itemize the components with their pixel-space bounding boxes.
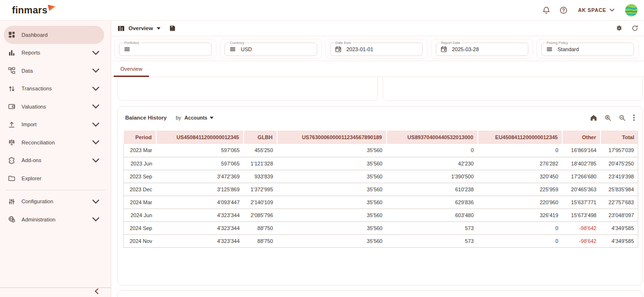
card-partial-top-right: [383, 77, 643, 101]
puzzle-icon: [8, 157, 15, 164]
sidebar-item-administration[interactable]: Administration: [4, 210, 104, 229]
sidebar-item-configuration[interactable]: Configuration: [4, 193, 104, 211]
caret-down-icon: [210, 117, 214, 119]
column-header-period[interactable]: Period: [124, 131, 156, 144]
menu-icon: [546, 46, 553, 53]
caret-down-icon: [157, 27, 161, 30]
column-header-us89370400440532013000[interactable]: US89370400440532013000: [386, 131, 478, 144]
main-area: Overview PortfoliosCurrencyUSDDate from2…: [112, 21, 644, 297]
workspace-label: AK SPACE: [578, 7, 606, 13]
dashboard-content: Balance History by Accounts: [112, 77, 644, 297]
filter-currency[interactable]: CurrencyUSD: [220, 39, 322, 59]
group-by-selector[interactable]: Accounts: [184, 115, 214, 121]
more-menu-button[interactable]: [633, 114, 635, 121]
table-cell: 15'637'771: [562, 196, 601, 209]
top-bar-actions: AK SPACE: [542, 4, 638, 17]
workspace-selector[interactable]: AK SPACE: [578, 7, 614, 13]
column-header-us4508411200000012345[interactable]: US4508411200000012345: [156, 131, 244, 144]
zoom-out-button[interactable]: [619, 114, 626, 121]
finmars-logo[interactable]: finmars: [12, 4, 56, 16]
table-cell: 326'419: [478, 209, 562, 221]
settings-button[interactable]: [616, 25, 623, 32]
layout-selector[interactable]: Overview: [118, 25, 161, 32]
column-header-total[interactable]: Total: [601, 131, 638, 144]
table-cell: 3'472'369: [156, 170, 244, 183]
filter-report-date[interactable]: Report Date2025-03-28: [431, 39, 533, 59]
table-cell: 88'750: [244, 234, 277, 247]
notifications-button[interactable]: [542, 6, 550, 14]
table-cell: 220'960: [478, 196, 562, 209]
upload-icon: [8, 121, 15, 128]
table-cell: 20'475'250: [601, 157, 638, 170]
table-cell: -98'642: [562, 221, 601, 234]
tab-overview[interactable]: Overview: [114, 61, 149, 77]
table-header-row: PeriodUS4508411200000012345GLBHUS7630006…: [124, 131, 638, 144]
column-header-other[interactable]: Other: [562, 131, 601, 144]
column-header-us7630006000011234567890189[interactable]: US7630006000011234567890189: [277, 131, 386, 144]
filter-portfolios[interactable]: Portfolios: [114, 39, 216, 59]
table-row: 2024 Mar4'093'4472'140'10935'560629'8362…: [124, 196, 638, 209]
table-cell: 2024 Jun: [124, 209, 156, 221]
table-cell: 4'349'585: [601, 221, 638, 234]
filter-value: USD: [241, 46, 252, 52]
table-cell: 20'465'363: [562, 183, 601, 196]
table-cell: 573: [386, 221, 478, 234]
table-cell: 2'140'109: [244, 196, 277, 209]
table-cell: -98'642: [562, 234, 601, 247]
chevron-down-icon: [92, 198, 99, 205]
collapse-sidebar-button[interactable]: [95, 288, 98, 296]
card-partial-bottom: [118, 290, 643, 297]
table-cell: 455'250: [244, 144, 277, 157]
sidebar-item-dashboard[interactable]: Dashboard: [4, 26, 104, 44]
refresh-button[interactable]: [632, 25, 638, 32]
sidebar-item-reports[interactable]: Reports: [4, 44, 104, 62]
table-cell: 933'839: [244, 170, 277, 183]
arrows-up-down-icon: [8, 85, 15, 92]
logo-flag-icon: [48, 4, 56, 11]
filter-label: Date from: [334, 41, 353, 45]
table-cell: 0: [478, 221, 562, 234]
sliders-icon: [8, 198, 15, 205]
sidebar-item-add-ons[interactable]: Add-ons: [4, 152, 104, 170]
table-cell: 597'065: [156, 157, 244, 170]
sidebar-divider: [6, 190, 105, 190]
sidebar-item-label: Add-ons: [21, 157, 42, 163]
table-cell: 3'125'869: [156, 183, 244, 196]
column-header-glbh[interactable]: GLBH: [244, 131, 277, 144]
table-cell: 88'750: [244, 221, 277, 234]
filter-date-from[interactable]: Date from2023-01-01: [325, 39, 428, 59]
top-bar: finmars AK SPACE: [0, 0, 644, 21]
table-cell: 23'048'097: [601, 209, 638, 221]
scales-icon: [8, 139, 15, 146]
help-icon: [559, 6, 568, 14]
sidebar: DashboardReportsDataTransactionsValuatio…: [0, 21, 111, 297]
table-cell: 35'560: [277, 170, 386, 183]
table-cell: 18'402'785: [562, 157, 601, 170]
table-cell: 4'323'344: [156, 221, 244, 234]
layout-label: Overview: [129, 25, 153, 31]
column-header-eu4508411200000012345[interactable]: EU4508411200000012345: [478, 131, 562, 144]
table-cell: 597'065: [156, 144, 244, 157]
card-partial-top-left: [118, 77, 378, 101]
table-cell: 35'560: [277, 157, 386, 170]
group-by-value: Accounts: [184, 115, 207, 121]
sidebar-item-data[interactable]: Data: [4, 62, 104, 80]
user-avatar[interactable]: [625, 4, 638, 17]
zoom-in-button[interactable]: [604, 114, 612, 121]
sidebar-item-transactions[interactable]: Transactions: [4, 80, 104, 98]
filter-pricing-policy[interactable]: Pricing PolicyStandard: [537, 39, 639, 59]
home-button[interactable]: [590, 114, 597, 121]
calendar-icon: [440, 46, 447, 53]
sidebar-item-reconciliation[interactable]: Reconciliation: [4, 133, 104, 152]
admin-globe-icon: [8, 216, 15, 223]
sidebar-item-explorer[interactable]: Explorer: [4, 169, 104, 187]
sidebar-item-label: Valuations: [21, 104, 46, 110]
sidebar-item-valuations[interactable]: Valuations: [4, 98, 104, 116]
help-button[interactable]: [559, 6, 568, 14]
table-cell: 2024 Mar: [124, 196, 156, 209]
sidebar-item-import[interactable]: Import: [4, 116, 104, 134]
menu-icon: [229, 46, 236, 53]
card-toolbar: [590, 114, 635, 121]
menu-icon: [124, 46, 130, 53]
save-layout-button[interactable]: [169, 25, 176, 32]
